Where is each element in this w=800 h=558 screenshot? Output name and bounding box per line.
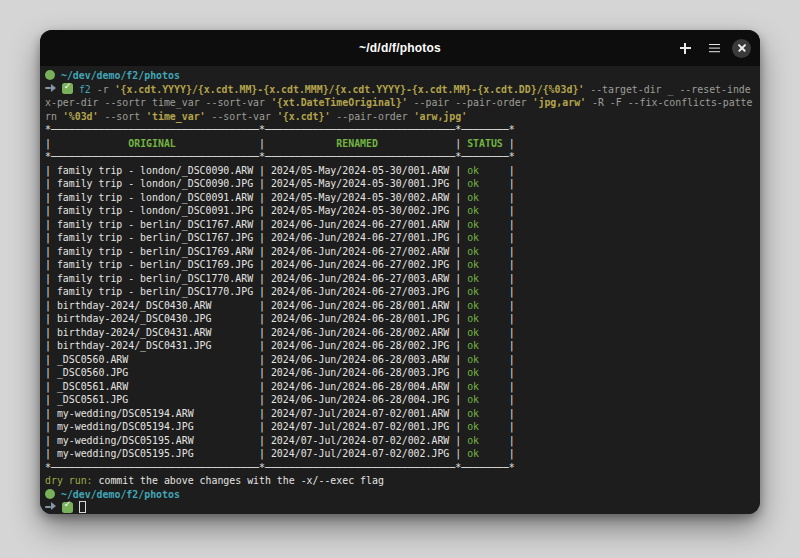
green-circle-icon [45, 70, 55, 80]
table-row: | _DSC0560.ARW | 2024/06-Jun/2024-06-28/… [45, 353, 755, 367]
arrow-icon [45, 502, 56, 512]
command-line: rn '%03d' --sort 'time_var' --sort-var '… [45, 110, 755, 124]
green-checkbox-icon [62, 502, 73, 513]
table-border: *───────────────────────────────────*───… [45, 150, 755, 164]
table-row: | my-wedding/DSC05194.JPG | 2024/07-Jul/… [45, 420, 755, 434]
close-button[interactable] [732, 39, 751, 58]
table-row: | _DSC0560.JPG | 2024/06-Jun/2024-06-28/… [45, 366, 755, 380]
block-cursor [79, 501, 86, 513]
titlebar[interactable]: ~/d/d/f/photos [40, 30, 760, 66]
table-row: | my-wedding/DSC05195.ARW | 2024/07-Jul/… [45, 434, 755, 448]
table-border: *───────────────────────────────────*───… [45, 461, 755, 475]
table-row: | family trip - london/_DSC0090.ARW | 20… [45, 164, 755, 178]
dry-run-message: dry run: commit the above changes with t… [45, 474, 755, 488]
input-line [45, 501, 755, 514]
table-header-row: | ORIGINAL | RENAMED | STATUS | [45, 137, 755, 151]
table-row: | birthday-2024/_DSC0430.JPG | 2024/06-J… [45, 312, 755, 326]
window-title: ~/d/d/f/photos [359, 41, 441, 55]
prompt-line: ~/dev/demo/f2/photos [45, 488, 755, 502]
table-border: *───────────────────────────────────*───… [45, 123, 755, 137]
menu-icon [709, 44, 720, 53]
table-row: | family trip - berlin/_DSC1770.JPG | 20… [45, 285, 755, 299]
table-row: | family trip - london/_DSC0091.ARW | 20… [45, 191, 755, 205]
table-row: | family trip - london/_DSC0091.JPG | 20… [45, 204, 755, 218]
window-controls [674, 30, 751, 66]
arrow-icon [45, 84, 56, 94]
command-line: f2 -r '{x.cdt.YYYY}/{x.cdt.MM}-{x.cdt.MM… [45, 83, 755, 97]
terminal-window: ~/d/d/f/photos ~/dev/demo/f2/photos f2 -… [40, 30, 760, 514]
table-row: | _DSC0561.JPG | 2024/06-Jun/2024-06-28/… [45, 393, 755, 407]
menu-button[interactable] [703, 37, 725, 59]
table-row: | my-wedding/DSC05194.ARW | 2024/07-Jul/… [45, 407, 755, 421]
table-row: | family trip - berlin/_DSC1769.ARW | 20… [45, 245, 755, 259]
table-row: | my-wedding/DSC05195.JPG | 2024/07-Jul/… [45, 447, 755, 461]
table-row: | family trip - berlin/_DSC1769.JPG | 20… [45, 258, 755, 272]
close-icon [737, 44, 746, 53]
terminal-screen[interactable]: ~/dev/demo/f2/photos f2 -r '{x.cdt.YYYY}… [40, 66, 760, 514]
table-row: | birthday-2024/_DSC0431.JPG | 2024/06-J… [45, 339, 755, 353]
plus-icon [680, 43, 691, 54]
new-tab-button[interactable] [674, 37, 696, 59]
green-circle-icon [45, 489, 55, 499]
table-row: | family trip - london/_DSC0090.JPG | 20… [45, 177, 755, 191]
table-row: | family trip - berlin/_DSC1770.ARW | 20… [45, 272, 755, 286]
table-row: | family trip - berlin/_DSC1767.JPG | 20… [45, 231, 755, 245]
prompt-line: ~/dev/demo/f2/photos [45, 69, 755, 83]
table-row: | family trip - berlin/_DSC1767.ARW | 20… [45, 218, 755, 232]
green-checkbox-icon [62, 83, 73, 94]
table-row: | birthday-2024/_DSC0430.ARW | 2024/06-J… [45, 299, 755, 313]
command-line: x-per-dir --sortr time_var --sort-var '{… [45, 96, 755, 110]
table-row: | birthday-2024/_DSC0431.ARW | 2024/06-J… [45, 326, 755, 340]
table-row: | _DSC0561.ARW | 2024/06-Jun/2024-06-28/… [45, 380, 755, 394]
